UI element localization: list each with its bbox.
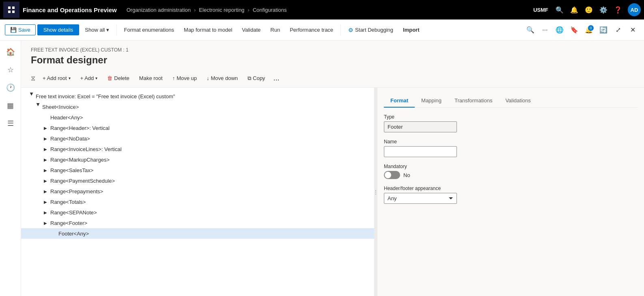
sidebar-list-icon[interactable]: ☰: [2, 115, 19, 132]
name-input[interactable]: [384, 146, 457, 157]
org-label: USMF: [533, 7, 548, 13]
avatar[interactable]: AD: [628, 3, 641, 16]
save-icon: 💾: [10, 27, 17, 33]
move-up-button[interactable]: ↑ Move up: [168, 73, 201, 83]
type-label: Type: [384, 114, 638, 120]
show-details-button[interactable]: Show details: [37, 24, 80, 35]
toolbar-more-icon[interactable]: ···: [538, 24, 551, 37]
mandatory-label: Mandatory: [384, 164, 638, 169]
name-field-group: Name: [384, 139, 638, 157]
add-label: + Add: [80, 75, 94, 81]
show-all-caret: ▾: [106, 27, 109, 33]
expander-range-prepayments: ▶: [42, 188, 49, 194]
breadcrumb-item-2[interactable]: Electronic reporting: [199, 7, 244, 13]
sidebar-recent-icon[interactable]: 🕐: [2, 80, 19, 96]
tree-item-range-paymentschedule[interactable]: ▶ Range<PaymentSchedule>: [21, 175, 374, 186]
performance-trace-button[interactable]: Performance trace: [286, 25, 337, 35]
search-icon[interactable]: 🔍: [555, 5, 564, 15]
settings-icon[interactable]: ⚙️: [599, 5, 608, 15]
breadcrumb-item-1[interactable]: Organization administration: [127, 7, 191, 13]
svg-rect-0: [8, 6, 11, 9]
expander-range-header: ▶: [42, 125, 49, 131]
tree-item-range-prepayments[interactable]: ▶ Range<Prepayments>: [21, 186, 374, 197]
tree-item-sheet-invoice[interactable]: ▶ Sheet<Invoice>: [21, 102, 374, 112]
move-up-icon: ↑: [172, 75, 175, 81]
save-button[interactable]: 💾 Save: [5, 24, 36, 35]
start-debugging-button[interactable]: ⚙ Start Debugging: [344, 25, 397, 35]
add-caret: ▾: [95, 76, 97, 80]
header-footer-select[interactable]: Any First page Last page Even pages Odd …: [384, 193, 457, 204]
tree-item-range-footer[interactable]: ▶ Range<Footer>: [21, 218, 374, 228]
sidebar-workspace-icon[interactable]: ▦: [2, 97, 19, 114]
copy-icon: ⧉: [248, 75, 251, 82]
map-format-to-model-button[interactable]: Map format to model: [180, 25, 236, 35]
more-button[interactable]: ...: [271, 72, 282, 84]
add-root-button[interactable]: + Add root ▾: [39, 73, 75, 83]
expander-range-salestax: ▶: [42, 167, 49, 173]
type-input[interactable]: [384, 121, 457, 132]
sidebar-star-icon[interactable]: ☆: [2, 62, 19, 78]
copy-button[interactable]: ⧉ Copy: [243, 73, 269, 83]
tab-format[interactable]: Format: [384, 94, 415, 108]
toolbar-globe-icon[interactable]: 🌐: [553, 24, 566, 37]
tree-item-range-sepanote[interactable]: ▶ Range<SEPANote>: [21, 207, 374, 218]
toolbar-refresh-icon[interactable]: 🔄: [597, 24, 610, 37]
delete-button[interactable]: 🗑 Delete: [103, 73, 134, 83]
tree-item-range-header[interactable]: ▶ Range<Header>: Vertical: [21, 123, 374, 133]
tree-item-range-nodata[interactable]: ▶ Range<NoData>: [21, 133, 374, 144]
designer-toolbar: ⧖ + Add root ▾ + Add ▾ 🗑 Delete Make roo…: [21, 69, 644, 88]
app-title: Finance and Operations Preview: [23, 6, 117, 13]
header-footer-field-group: Header/footer appearance Any First page …: [384, 186, 638, 204]
import-button[interactable]: Import: [399, 25, 423, 35]
tree-item-range-salestax[interactable]: ▶ Range<SalesTax>: [21, 165, 374, 175]
format-enumerations-button[interactable]: Format enumerations: [120, 25, 179, 35]
add-button[interactable]: + Add ▾: [76, 73, 102, 83]
top-nav: Finance and Operations Preview Organizat…: [0, 0, 644, 19]
toolbar-close-icon[interactable]: ✕: [626, 24, 639, 37]
main-layout: 🏠 ☆ 🕐 ▦ ☰ FREE TEXT INVOICE (EXCEL) CUST…: [0, 41, 644, 296]
expander-range-paymentschedule: ▶: [42, 177, 49, 184]
main-toolbar: 💾 Save Show details Show all ▾ Format en…: [0, 19, 644, 41]
notification-badge: 0: [588, 25, 594, 31]
tree-item-range-totals[interactable]: ▶ Range<Totals>: [21, 197, 374, 207]
tab-mapping[interactable]: Mapping: [415, 94, 448, 108]
run-button[interactable]: Run: [266, 25, 284, 35]
page-header: FREE TEXT INVOICE (EXCEL) CUSTOM : 1 For…: [21, 41, 644, 69]
toolbar-bookmark-icon[interactable]: 🔖: [568, 24, 581, 37]
notification-icon[interactable]: 🔔: [569, 5, 579, 15]
breadcrumb-sep-1: ›: [194, 7, 196, 13]
tree-item-range-invoicelines[interactable]: ▶ Range<InvoiceLines>: Vertical: [21, 144, 374, 154]
toolbar-notification-icon[interactable]: 🔔 0: [582, 24, 595, 37]
top-nav-right: USMF 🔍 🔔 🙂 ⚙️ ❓ AD: [533, 3, 641, 16]
expander-root: ▶: [28, 93, 34, 99]
emoji-icon[interactable]: 🙂: [584, 5, 594, 15]
add-root-caret: ▾: [69, 76, 71, 80]
svg-rect-3: [12, 11, 15, 13]
header-footer-label: Header/footer appearance: [384, 186, 638, 191]
app-grid-icon[interactable]: [3, 2, 19, 18]
mandatory-toggle[interactable]: [384, 171, 400, 179]
toolbar-search-icon[interactable]: 🔍: [524, 24, 537, 37]
tab-transformations[interactable]: Transformations: [448, 94, 499, 108]
tree-item-footer-any[interactable]: ▶ Footer<Any>: [21, 228, 374, 239]
show-all-button[interactable]: Show all ▾: [81, 25, 113, 35]
make-root-button[interactable]: Make root: [135, 73, 167, 83]
expander-range-sepanote: ▶: [42, 209, 49, 216]
tree-root[interactable]: ▶ Free text invoice: Excel = "Free text …: [21, 91, 374, 102]
tab-validations[interactable]: Validations: [499, 94, 537, 108]
mandatory-toggle-label: No: [403, 172, 410, 178]
toolbar-expand-icon[interactable]: ⤢: [612, 24, 625, 37]
pane-divider[interactable]: ⋮: [374, 88, 377, 296]
breadcrumb-item-3[interactable]: Configurations: [253, 7, 287, 13]
debug-icon: ⚙: [348, 27, 353, 33]
help-icon[interactable]: ❓: [613, 5, 623, 15]
page-title: Format designer: [31, 54, 634, 66]
tree-item-range-markupcharges[interactable]: ▶ Range<MarkupCharges>: [21, 154, 374, 165]
tree-item-header-any[interactable]: ▶ Header<Any>: [21, 112, 374, 123]
toolbar-sep-1: [116, 24, 117, 36]
filter-icon[interactable]: ⧖: [31, 75, 35, 82]
validate-button[interactable]: Validate: [238, 25, 265, 35]
sidebar-home-icon[interactable]: 🏠: [2, 44, 19, 60]
move-down-button[interactable]: ↓ Move down: [202, 73, 242, 83]
props-tabs: Format Mapping Transformations Validatio…: [384, 94, 638, 108]
